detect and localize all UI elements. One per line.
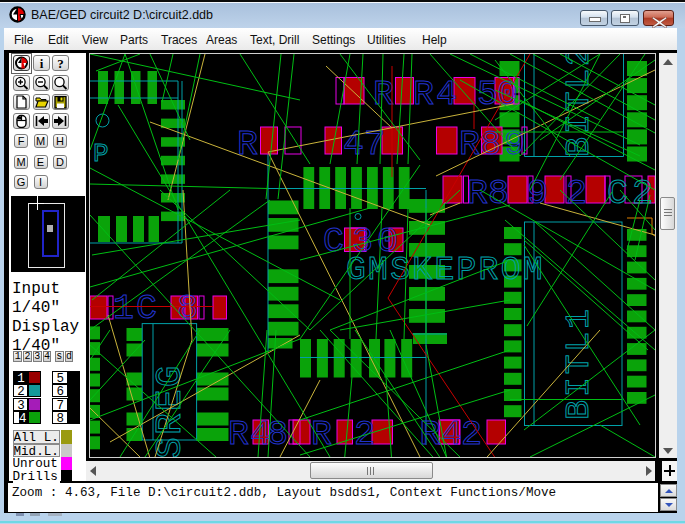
svg-text:R: R <box>467 174 488 214</box>
svg-text:9: 9 <box>504 125 525 165</box>
svg-text:4: 4 <box>343 125 364 165</box>
svg-text:?: ? <box>57 56 64 70</box>
svg-text:7: 7 <box>364 125 385 165</box>
svg-text:GMSKEPROM: GMSKEPROM <box>346 252 545 289</box>
svg-text:R: R <box>237 125 258 165</box>
svg-text:2: 2 <box>566 174 587 214</box>
svg-text:R: R <box>373 75 394 115</box>
svg-text:C: C <box>323 222 344 262</box>
svg-text:R: R <box>228 415 249 455</box>
svg-text:2: 2 <box>354 415 375 455</box>
svg-text:1: 1 <box>113 289 134 329</box>
svg-text:i: i <box>39 56 43 70</box>
svg-text:C: C <box>607 174 628 214</box>
svg-text:R: R <box>413 75 434 115</box>
svg-text:BITL1: BITL1 <box>561 306 598 420</box>
svg-text:P: P <box>93 139 109 169</box>
svg-text:2: 2 <box>461 415 482 455</box>
svg-text:9: 9 <box>527 174 548 214</box>
